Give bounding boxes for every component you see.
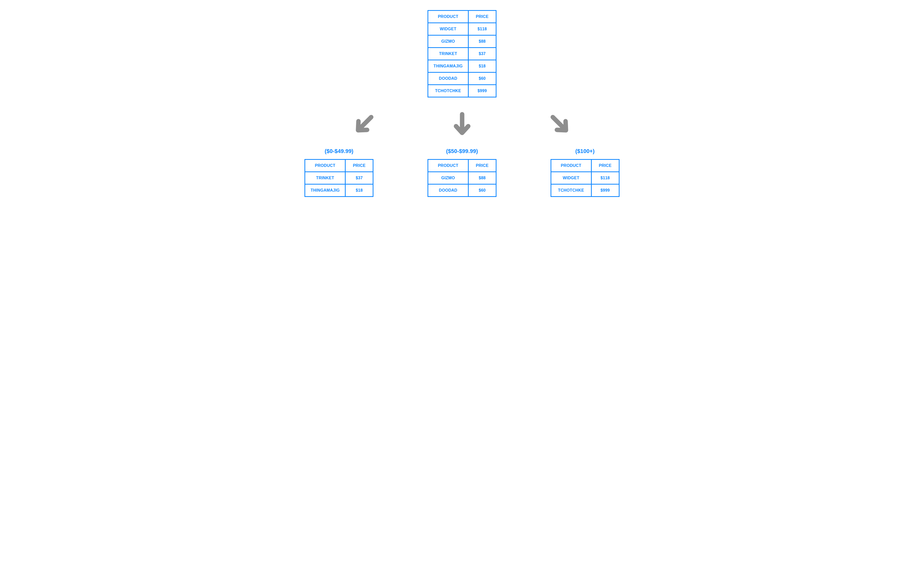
table-row: GIZMO $88 [428, 35, 496, 48]
cell-price: $999 [469, 85, 496, 97]
cell-price: $60 [469, 184, 496, 197]
table-row: DOODAD $60 [428, 184, 496, 197]
bucket-high: ($100+) PRODUCT PRICE WIDGET $118 TCHOTC… [531, 148, 639, 197]
bucket-table: PRODUCT PRICE TRINKET $37 THINGAMAJIG $1… [304, 159, 373, 197]
header-product: PRODUCT [305, 160, 345, 172]
cell-product: TCHOTCHKE [551, 184, 591, 197]
arrows-row [285, 110, 639, 138]
bucket-label: ($50-$99.99) [446, 148, 478, 155]
bucket-table: PRODUCT PRICE WIDGET $118 TCHOTCHKE $999 [551, 159, 620, 197]
cell-price: $18 [469, 60, 496, 72]
bucket-mid: ($50-$99.99) PRODUCT PRICE GIZMO $88 DOO… [408, 148, 516, 197]
table-row: THINGAMAJIG $18 [428, 60, 496, 72]
source-table: PRODUCT PRICE WIDGET $118 GIZMO $88 TRIN… [427, 10, 497, 97]
cell-product: THINGAMAJIG [428, 60, 469, 72]
cell-price: $118 [591, 172, 619, 184]
arrow-down-icon [413, 110, 511, 138]
cell-product: WIDGET [428, 23, 469, 35]
cell-price: $37 [469, 48, 496, 60]
header-price: PRICE [469, 11, 496, 23]
cell-product: THINGAMAJIG [305, 184, 345, 197]
arrow-down-right-icon [511, 110, 609, 138]
cell-product: GIZMO [428, 35, 469, 48]
svg-line-0 [359, 117, 371, 129]
table-header-row: PRODUCT PRICE [305, 160, 373, 172]
table-row: TRINKET $37 [428, 48, 496, 60]
cell-price: $999 [591, 184, 619, 197]
bucket-table: PRODUCT PRICE GIZMO $88 DOODAD $60 [427, 159, 497, 197]
table-row: THINGAMAJIG $18 [305, 184, 373, 197]
cell-price: $118 [469, 23, 496, 35]
table-row: DOODAD $60 [428, 72, 496, 85]
cell-product: TRINKET [428, 48, 469, 60]
table-header-row: PRODUCT PRICE [428, 160, 496, 172]
arrow-down-left-icon [315, 110, 413, 138]
cell-price: $37 [345, 172, 373, 184]
bucket-label: ($0-$49.99) [325, 148, 353, 155]
table-row: WIDGET $118 [428, 23, 496, 35]
table-row: WIDGET $118 [551, 172, 619, 184]
cell-price: $18 [345, 184, 373, 197]
cell-product: TRINKET [305, 172, 345, 184]
svg-line-2 [553, 117, 565, 129]
cell-product: WIDGET [551, 172, 591, 184]
header-product: PRODUCT [551, 160, 591, 172]
partition-diagram: PRODUCT PRICE WIDGET $118 GIZMO $88 TRIN… [285, 10, 639, 197]
bucket-low: ($0-$49.99) PRODUCT PRICE TRINKET $37 TH… [285, 148, 393, 197]
header-price: PRICE [591, 160, 619, 172]
cell-price: $88 [469, 35, 496, 48]
cell-price: $60 [469, 72, 496, 85]
table-header-row: PRODUCT PRICE [428, 11, 496, 23]
cell-price: $88 [469, 172, 496, 184]
table-row: TCHOTCHKE $999 [428, 85, 496, 97]
table-row: TCHOTCHKE $999 [551, 184, 619, 197]
cell-product: TCHOTCHKE [428, 85, 469, 97]
cell-product: DOODAD [428, 184, 469, 197]
table-row: GIZMO $88 [428, 172, 496, 184]
bucket-label: ($100+) [575, 148, 594, 155]
header-price: PRICE [469, 160, 496, 172]
buckets-section: ($0-$49.99) PRODUCT PRICE TRINKET $37 TH… [285, 148, 639, 197]
cell-product: GIZMO [428, 172, 469, 184]
table-row: TRINKET $37 [305, 172, 373, 184]
header-product: PRODUCT [428, 11, 469, 23]
table-header-row: PRODUCT PRICE [551, 160, 619, 172]
header-product: PRODUCT [428, 160, 469, 172]
header-price: PRICE [345, 160, 373, 172]
source-table-section: PRODUCT PRICE WIDGET $118 GIZMO $88 TRIN… [427, 10, 497, 97]
cell-product: DOODAD [428, 72, 469, 85]
